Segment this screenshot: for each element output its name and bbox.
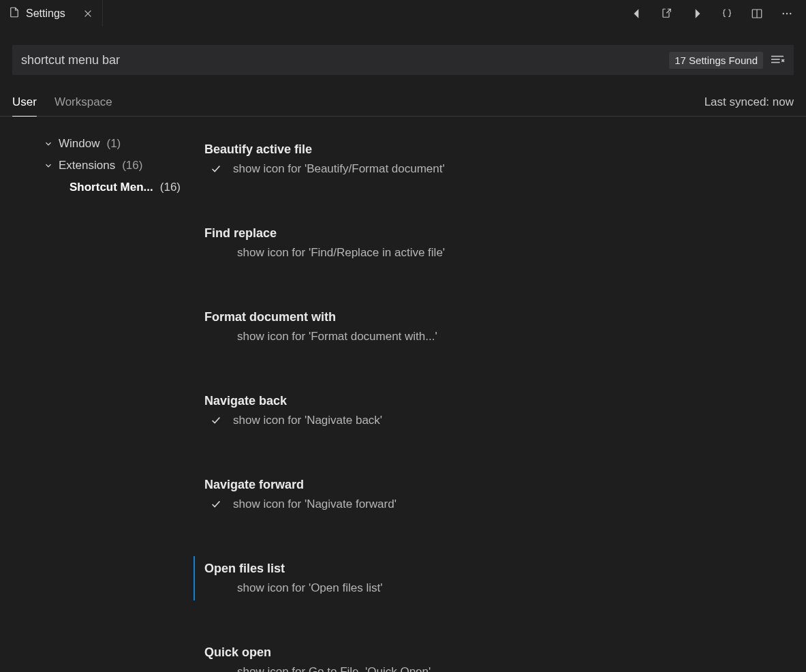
split-editor-icon[interactable] <box>750 7 764 20</box>
close-icon[interactable] <box>83 9 93 18</box>
braces-icon[interactable] <box>720 7 734 20</box>
settings-list: Beautify active fileshow icon for 'Beaut… <box>204 133 806 672</box>
setting-description: show icon for 'Find/Replace in active fi… <box>208 246 445 260</box>
more-icon[interactable] <box>780 7 794 20</box>
setting-title: Find replace <box>204 226 790 241</box>
setting-item: Navigate forwardshow icon for 'Nagivate … <box>204 468 790 521</box>
setting-title: Open files list <box>204 562 790 576</box>
editor-actions <box>630 0 806 27</box>
file-icon <box>8 6 20 21</box>
tree-item[interactable]: Extensions(16) <box>12 155 204 177</box>
tree-item[interactable]: Window(1) <box>12 133 204 155</box>
tree-item-count: (16) <box>160 181 181 194</box>
tree-item-count: (16) <box>122 159 142 172</box>
scope-tab-workspace[interactable]: Workspace <box>55 95 112 116</box>
results-count-badge: 17 Settings Found <box>669 52 763 69</box>
setting-title: Navigate back <box>204 394 790 408</box>
tree-item-label: Window <box>59 137 99 151</box>
tree-item[interactable]: Shortcut Men...(16) <box>12 177 204 198</box>
setting-description: show icon for 'Open files list' <box>208 581 382 595</box>
checkbox[interactable] <box>208 414 223 427</box>
setting-title: Navigate forward <box>204 478 790 492</box>
settings-tree: Window(1)Extensions(16)Shortcut Men...(1… <box>0 133 204 672</box>
chevron-down-icon <box>42 139 55 149</box>
setting-description: show icon for 'Nagivate back' <box>233 414 382 427</box>
tab-settings[interactable]: Settings <box>0 0 103 27</box>
svg-point-3 <box>790 12 791 14</box>
chevron-down-icon <box>42 161 55 170</box>
svg-point-1 <box>783 12 784 14</box>
settings-search-input[interactable] <box>21 53 662 67</box>
tree-item-label: Extensions <box>59 159 115 172</box>
checkbox[interactable] <box>208 498 223 510</box>
setting-item: Format document withshow icon for 'Forma… <box>204 301 790 353</box>
setting-description: show icon for 'Format document with...' <box>208 330 437 343</box>
navigate-back-icon[interactable] <box>630 7 644 20</box>
settings-search-row: 17 Settings Found <box>12 45 794 75</box>
setting-body: show icon for 'Nagivate back' <box>204 414 790 427</box>
setting-body: show icon for 'Open files list' <box>204 581 790 595</box>
setting-body: show icon for Go to File, 'Quick Open' <box>204 665 790 672</box>
clear-filter-icon[interactable] <box>770 54 785 66</box>
tree-item-count: (1) <box>106 137 121 151</box>
setting-item: Navigate backshow icon for 'Nagivate bac… <box>204 384 790 437</box>
tree-item-label: Shortcut Men... <box>69 181 153 194</box>
setting-body: show icon for 'Beautify/Format document' <box>204 162 790 176</box>
tab-title: Settings <box>26 7 65 20</box>
setting-body: show icon for 'Format document with...' <box>204 330 790 343</box>
setting-title: Beautify active file <box>204 142 790 157</box>
setting-body: show icon for 'Nagivate forward' <box>204 498 790 511</box>
setting-body: show icon for 'Find/Replace in active fi… <box>204 246 790 260</box>
navigate-forward-icon[interactable] <box>690 7 704 20</box>
scope-tab-user[interactable]: User <box>12 95 37 117</box>
setting-description: show icon for Go to File, 'Quick Open' <box>208 665 431 672</box>
setting-description: show icon for 'Beautify/Format document' <box>233 162 445 176</box>
setting-description: show icon for 'Nagivate forward' <box>233 498 397 511</box>
setting-title: Quick open <box>204 645 790 660</box>
sync-status: Last synced: now <box>704 95 794 116</box>
open-files-icon[interactable] <box>660 7 674 20</box>
svg-point-2 <box>786 12 788 14</box>
setting-title: Format document with <box>204 310 790 324</box>
checkbox[interactable] <box>208 163 223 175</box>
setting-item: Beautify active fileshow icon for 'Beaut… <box>204 133 790 185</box>
setting-item: Find replaceshow icon for 'Find/Replace … <box>204 217 790 269</box>
scope-row: User Workspace Last synced: now <box>0 75 806 117</box>
tab-bar: Settings <box>0 0 806 27</box>
setting-item: Quick openshow icon for Go to File, 'Qui… <box>204 636 790 672</box>
setting-item: Open files listshow icon for 'Open files… <box>204 552 790 605</box>
